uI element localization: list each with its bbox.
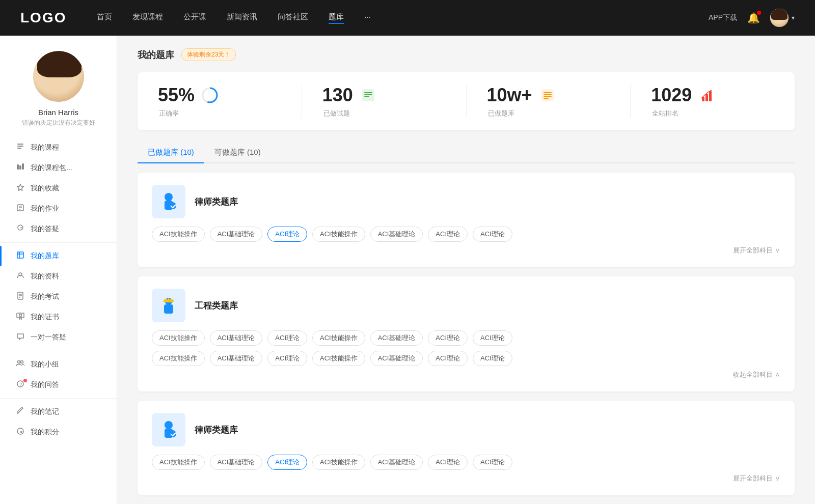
svg-point-44 [165,193,173,201]
nav-link-问答社区[interactable]: 问答社区 [278,12,308,24]
tag2-1-1[interactable]: ACI基础理论 [210,351,263,366]
tags-row-2: ACI技能操作ACI基础理论ACI理论ACI技能操作ACI基础理论ACI理论AC… [152,455,780,470]
tag2-1-2[interactable]: ACI理论 [267,351,307,366]
trial-badge: 体验剩余23天！ [181,48,236,61]
tag2-1-4[interactable]: ACI基础理论 [370,351,423,366]
svg-rect-13 [17,252,23,258]
sidebar-divider-11 [0,398,117,399]
svg-point-22 [19,314,22,317]
tag-2-3[interactable]: ACI技能操作 [312,455,365,470]
tag-0-0[interactable]: ACI技能操作 [152,227,205,242]
menu-icon-10 [15,359,25,370]
menu-dot-11 [23,379,27,382]
stat-icon-0 [201,86,219,104]
stat-label-2: 已做题库 [487,109,514,118]
qbank-list: 律师类题库 ACI技能操作ACI基础理论ACI理论ACI技能操作ACI基础理论A… [138,173,795,495]
tag-0-1[interactable]: ACI基础理论 [210,227,263,242]
sidebar-item-6[interactable]: 我的资料 [0,266,117,287]
stat-item-1: 130 已做试题 [302,85,467,118]
qbank-card-2: 律师类题库 ACI技能操作ACI基础理论ACI理论ACI技能操作ACI基础理论A… [138,401,795,495]
menu-icon-4: ? [15,224,25,234]
sidebar-item-1[interactable]: 我的课程包... [0,158,117,178]
menu-icon-0 [15,143,25,153]
sidebar-item-12[interactable]: 我的笔记 [0,402,117,422]
tag-0-4[interactable]: ACI基础理论 [370,227,423,242]
svg-rect-38 [544,94,552,95]
menu-icon-5 [15,251,25,261]
svg-point-51 [165,421,173,429]
menu-icon-8 [15,312,25,322]
tag-2-6[interactable]: ACI理论 [473,455,512,470]
lawyer-icon [157,190,180,213]
tags-row-0: ACI技能操作ACI基础理论ACI理论ACI技能操作ACI基础理论ACI理论AC… [152,227,780,242]
svg-rect-35 [364,96,369,97]
notification-dot [757,11,761,15]
sidebar-item-13[interactable]: ★ 我的积分 [0,422,117,442]
nav-link-···[interactable]: ··· [364,12,371,24]
qbank-title-0: 律师类题库 [195,196,238,208]
tag-2-1[interactable]: ACI基础理论 [210,455,263,470]
tag-1-6[interactable]: ACI理论 [473,330,512,346]
tag-1-1[interactable]: ACI基础理论 [210,330,263,346]
tab-1[interactable]: 可做题库 (10) [204,143,271,162]
expand-collapse-2[interactable]: 展开全部科目 ∨ [152,474,780,483]
expand-collapse-0[interactable]: 展开全部科目 ∨ [152,246,780,255]
tag-0-5[interactable]: ACI理论 [428,227,468,242]
page-title: 我的题库 [138,49,174,61]
sidebar-item-11[interactable]: ? 我的问答 [0,375,117,395]
lawyer-icon [157,418,180,441]
nav-link-首页[interactable]: 首页 [97,12,112,24]
menu-icon-12 [15,407,25,417]
nav-link-新闻资讯[interactable]: 新闻资讯 [227,12,257,24]
sidebar-item-7[interactable]: 我的考试 [0,287,117,307]
tag-2-5[interactable]: ACI理论 [428,455,468,470]
svg-rect-5 [22,163,24,170]
tag2-1-6[interactable]: ACI理论 [473,351,512,366]
sidebar-item-10[interactable]: 我的小组 [0,354,117,375]
tag-1-5[interactable]: ACI理论 [428,330,468,346]
tag-2-0[interactable]: ACI技能操作 [152,455,205,470]
sidebar-user-name: Brian Harris [38,108,78,117]
expand-collapse-1[interactable]: 收起全部科目 ∧ [152,370,780,379]
tag-0-6[interactable]: ACI理论 [473,227,512,242]
nav-link-公开课[interactable]: 公开课 [183,12,206,24]
tag-0-3[interactable]: ACI技能操作 [312,227,365,242]
sidebar-item-4[interactable]: ? 我的答疑 [0,219,117,239]
stat-label-3: 全站排名 [651,109,678,118]
nav-link-题库[interactable]: 题库 [329,12,344,24]
tag-1-4[interactable]: ACI基础理论 [370,330,423,346]
sidebar-item-5[interactable]: 我的题库 [0,246,117,266]
sidebar-item-2[interactable]: 我的收藏 [0,178,117,199]
avatar-image [770,9,789,27]
sidebar-item-9[interactable]: 一对一答疑 [0,327,117,348]
sidebar-item-8[interactable]: 我的证书 [0,307,117,327]
nav-logo: LOGO [20,10,66,26]
menu-label-5: 我的题库 [31,251,59,261]
tag-2-4[interactable]: ACI基础理论 [370,455,423,470]
svg-rect-39 [544,96,552,97]
tag-2-2[interactable]: ACI理论 [267,455,307,470]
stat-item-2: 10w+ 已做题库 [467,85,631,118]
qbank-card-1: 工程类题库 ACI技能操作ACI基础理论ACI理论ACI技能操作ACI基础理论A… [138,276,795,391]
tag-1-3[interactable]: ACI技能操作 [312,330,365,346]
nav-link-发现课程[interactable]: 发现课程 [132,12,163,24]
donut-chart [201,86,219,104]
tag2-1-3[interactable]: ACI技能操作 [312,351,365,366]
tag-1-2[interactable]: ACI理论 [267,330,307,346]
notification-bell[interactable]: 🔔 [747,12,760,24]
tag-1-0[interactable]: ACI技能操作 [152,330,205,346]
tags-row2-1: ACI技能操作ACI基础理论ACI理论ACI技能操作ACI基础理论ACI理论AC… [152,351,780,366]
sidebar-item-3[interactable]: 我的作业 [0,199,117,219]
sidebar-divider-9 [0,351,117,351]
tag-0-2[interactable]: ACI理论 [267,227,307,242]
sidebar-item-0[interactable]: 我的课程 [0,137,117,158]
tag2-1-5[interactable]: ACI理论 [428,351,468,366]
svg-rect-3 [17,164,19,170]
bar-icon [699,87,715,103]
nav-links: 首页发现课程公开课新闻资讯问答社区题库··· [97,12,709,24]
sidebar: Brian Harris 错误的决定比没有决定要好 我的课程 我的课程包... … [0,36,117,504]
tag2-1-0[interactable]: ACI技能操作 [152,351,205,366]
app-download-button[interactable]: APP下载 [709,13,737,22]
tab-0[interactable]: 已做题库 (10) [138,143,204,162]
user-avatar-nav[interactable]: ▾ [770,9,795,27]
